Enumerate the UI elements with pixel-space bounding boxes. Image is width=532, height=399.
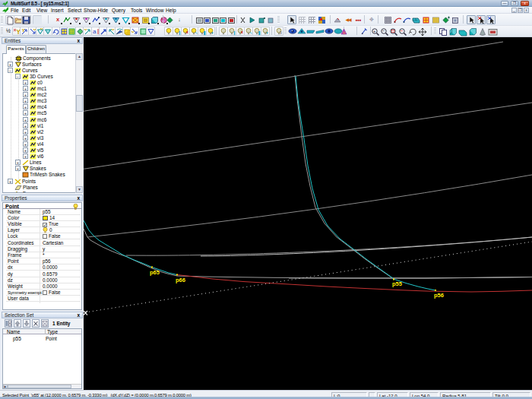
svg-text:a: a [93, 28, 97, 35]
svg-text:−: − [382, 29, 385, 33]
svg-text:p66: p66 [176, 277, 185, 283]
svg-text:p65: p65 [150, 269, 160, 276]
svg-text:−: − [401, 29, 404, 33]
svg-text:+: + [373, 29, 376, 33]
svg-text:p56: p56 [434, 292, 444, 299]
svg-text:p55: p55 [392, 280, 402, 287]
